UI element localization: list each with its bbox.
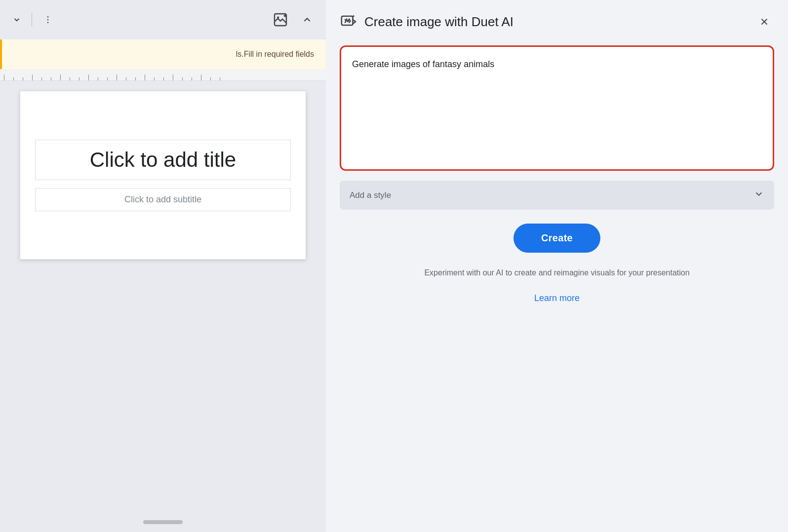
ruler-mark: [117, 75, 117, 80]
ruler-mark: [163, 77, 164, 80]
ruler-mark: [182, 77, 183, 80]
toolbar-divider: [32, 13, 32, 27]
ruler-mark: [154, 77, 155, 80]
create-button[interactable]: Create: [513, 224, 600, 253]
svg-point-0: [47, 16, 49, 18]
slide-canvas[interactable]: Click to add title Click to add subtitle: [20, 91, 306, 260]
ruler-mark: [60, 75, 61, 80]
svg-point-4: [277, 16, 279, 18]
ai-panel-title: Create image with Duet AI: [364, 14, 748, 30]
ruler-mark: [23, 77, 23, 80]
close-button[interactable]: [754, 12, 774, 32]
ruler-marks: [0, 69, 326, 80]
ruler-mark: [4, 75, 4, 80]
slide-subtitle-box[interactable]: Click to add subtitle: [35, 188, 291, 211]
slide-title-text: Click to add title: [90, 148, 236, 171]
duet-ai-icon: [340, 13, 357, 31]
create-button-wrapper: Create: [340, 224, 774, 253]
ruler-mark: [220, 77, 220, 80]
truncated-text: ls.: [236, 50, 244, 59]
chevron-down-icon: [753, 189, 764, 202]
chevron-down-icon[interactable]: [10, 13, 24, 27]
ai-description-text: Experiment with our AI to create and rei…: [340, 266, 774, 279]
ruler-mark: [41, 77, 42, 80]
slide-canvas-wrapper: Click to add title Click to add subtitle: [0, 81, 326, 502]
ruler-mark: [32, 75, 33, 80]
ruler-mark: [210, 77, 211, 80]
ruler-mark: [98, 77, 98, 80]
slide-inner: Click to add title Click to add subtitle: [20, 91, 306, 259]
scroll-thumb[interactable]: [143, 520, 183, 524]
prompt-textarea-wrapper: [340, 45, 774, 171]
more-options-icon[interactable]: [40, 12, 56, 28]
ai-image-icon[interactable]: [271, 10, 290, 30]
svg-point-2: [47, 22, 49, 24]
ruler-mark: [88, 75, 89, 80]
ruler: [0, 69, 326, 81]
fill-required-banner: ls. Fill in required fields: [0, 39, 326, 69]
ruler-mark: [107, 77, 108, 80]
ai-panel: Create image with Duet AI Add a style Cr…: [326, 0, 788, 532]
ruler-mark: [126, 77, 126, 80]
style-dropdown[interactable]: Add a style: [340, 181, 774, 210]
style-dropdown-label: Add a style: [350, 190, 391, 200]
slide-subtitle-text: Click to add subtitle: [124, 194, 201, 204]
ruler-mark: [192, 77, 192, 80]
fill-required-text: Fill in required fields: [244, 50, 314, 59]
slides-panel: ls. Fill in required fields: [0, 0, 326, 532]
toolbar-strip: [0, 0, 326, 39]
ai-panel-content: Add a style Create Experiment with our A…: [326, 41, 788, 532]
slide-title-box[interactable]: Click to add title: [35, 140, 291, 180]
ruler-mark: [145, 75, 145, 80]
learn-more-link[interactable]: Learn more: [534, 293, 580, 304]
prompt-textarea[interactable]: [342, 48, 772, 166]
collapse-icon[interactable]: [298, 11, 316, 29]
ruler-mark: [51, 77, 51, 80]
ruler-mark: [70, 77, 70, 80]
ruler-mark: [135, 77, 136, 80]
ruler-mark: [173, 75, 173, 80]
slide-bottom: [0, 502, 326, 532]
learn-more-wrapper: Learn more: [340, 293, 774, 304]
ai-panel-header: Create image with Duet AI: [326, 0, 788, 41]
ruler-mark: [79, 77, 79, 80]
svg-point-1: [47, 19, 49, 21]
ruler-mark: [13, 77, 14, 80]
ruler-mark: [201, 75, 201, 80]
